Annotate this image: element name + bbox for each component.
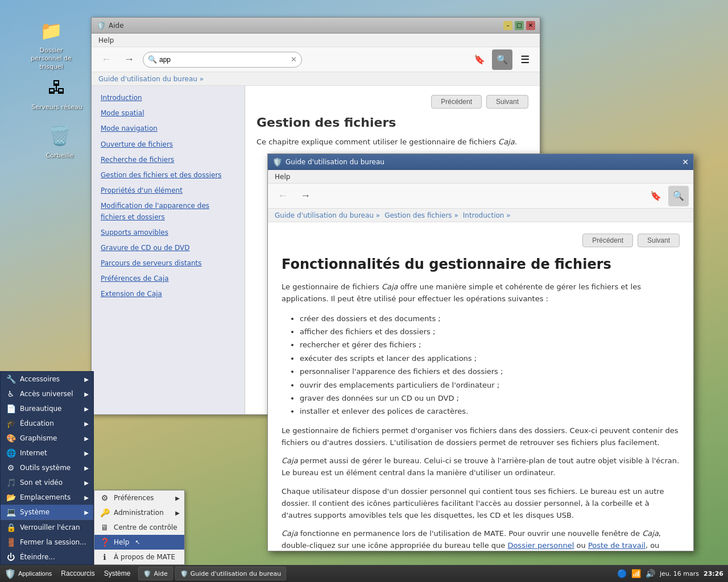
start-icon: 🛡️ [5,568,16,579]
sidebar-link-spatial[interactable]: Mode spatial [92,106,245,121]
breadcrumb-part-1[interactable]: Guide d'utilisation du bureau » [275,211,380,219]
breadcrumb-text-1[interactable]: Guide d'utilisation du bureau » [98,75,204,83]
window-title-1: Aide [109,22,503,30]
graphics-icon: 🎨 [5,434,16,443]
feature-list: créer des dossiers et des documents ; af… [300,312,680,418]
desktop-icon-trash[interactable]: 🗑️ Corbeille [34,122,85,160]
next-button-2[interactable]: Suivant [638,234,680,247]
sidebar-link-props[interactable]: Propriétés d'un élément [92,183,245,198]
sidebar-link-nav[interactable]: Mode navigation [92,121,245,136]
admin-icon: 🔑 [99,508,110,517]
sidebar-link-cd[interactable]: Gravure de CD ou de DVD [92,240,245,256]
window-titlebar-1: 🛡️ Aide – □ ✕ [92,18,540,34]
menu-item-logout[interactable]: 🚪 Fermer la session... [1,535,93,550]
menu-button-1[interactable]: ☰ [515,49,535,70]
desktop-icon-label: Serveurs réseau [31,103,82,111]
page-title-2: Fonctionnalités du gestionnaire de fichi… [282,256,680,272]
lock-icon: 🔒 [5,523,16,532]
menu-item-system[interactable]: 💻 Système ▶ [1,505,93,519]
system-label: Système [104,569,131,577]
folder-icon: 📁 [38,17,65,44]
submenu-administration[interactable]: 🔑 Administration ▶ [94,505,184,520]
system-icon: 💻 [5,508,16,517]
link-personal[interactable]: Dossier personnel [507,541,574,550]
menu-item-internet[interactable]: 🌐 Internet ▶ [1,446,93,460]
back-button-2[interactable]: ← [272,186,293,206]
prev-button-1[interactable]: Précédent [431,95,482,109]
menu-help-2[interactable]: Help [270,172,295,182]
taskbar-window-aide[interactable]: 🛡️ Aide [138,567,172,580]
intro-text-2: Le gestionnaire de fichiers Caja offre u… [282,281,680,305]
wifi-icon[interactable]: 📶 [631,569,641,578]
back-button-1[interactable]: ← [96,49,117,70]
submenu-control-center[interactable]: 🖥 Centre de contrôle [94,520,184,535]
breadcrumb-part-3[interactable]: Introduction » [463,211,511,219]
forward-button-2[interactable]: → [295,186,316,206]
next-button-1[interactable]: Suivant [486,95,528,109]
control-icon: 🖥 [99,523,110,532]
desktop-icon-personal-folder[interactable]: 📁 Dossier personnel de trisquel [26,17,77,71]
menu-item-label: Fermer la session... [20,538,86,546]
window-toolbar-2: ← → 🔖 🔍 [268,184,693,209]
submenu-preferences[interactable]: ⚙ Préférences ▶ [94,490,184,505]
start-menu: 🔧 Accessoires ▶ ♿ Accès universel ▶ 📄 Bu… [0,371,94,565]
taskbar-btn-start[interactable]: 🛡️ Applications [0,565,56,582]
forward-button-1[interactable]: → [119,49,139,70]
submenu-help[interactable]: ❓ Help ↖ [94,535,184,550]
close-button-1[interactable]: ✕ [526,21,535,30]
breadcrumb-2: Guide d'utilisation du bureau » Gestion … [268,209,693,222]
menu-item-label: Son et vidéo [20,479,63,487]
close-button-2[interactable]: ✕ [682,157,689,167]
submenu-item-label: Préférences [114,494,154,502]
sidebar-link-search[interactable]: Recherche de fichiers [92,152,245,168]
bluetooth-icon[interactable]: 🔵 [617,569,627,578]
desktop-icon-network[interactable]: 🖧 Serveurs réseau [31,74,82,111]
menu-item-system-tools[interactable]: ⚙️ Outils système ▶ [1,460,93,475]
taskbar-icon: 🛡️ [143,570,151,577]
minimize-button-1[interactable]: – [503,21,512,30]
search-input-1[interactable]: app [159,56,291,64]
menu-item-sound[interactable]: 🎵 Son et vidéo ▶ [1,475,93,490]
bookmark-button-2[interactable]: 🔖 [646,186,666,206]
search-toggle-1[interactable]: 🔍 [492,49,512,70]
network-icon: 🖧 [43,74,71,101]
arrow-icon: ▶ [84,376,89,383]
menu-item-accessories[interactable]: 🔧 Accessoires ▶ [1,372,93,386]
sidebar-link-removable[interactable]: Supports amovibles [92,225,245,240]
education-icon: 🎓 [5,419,16,428]
link-workstation[interactable]: Poste de travail [588,541,646,550]
menu-item-office[interactable]: 📄 Bureautique ▶ [1,401,93,416]
sidebar-link-prefs[interactable]: Préférences de Caja [92,271,245,286]
sidebar-link-intro[interactable]: Introduction [92,90,245,106]
menu-item-graphics[interactable]: 🎨 Graphisme ▶ [1,431,93,446]
sidebar-link-manage[interactable]: Gestion des fichiers et des dossiers [92,168,245,183]
taskbar-window-guide[interactable]: 🛡️ Guide d'utilisation du bureau [175,567,286,580]
menu-item-accessibility[interactable]: ♿ Accès universel ▶ [1,386,93,401]
breadcrumb-part-2[interactable]: Gestion des fichiers » [384,211,458,219]
prev-button-2[interactable]: Précédent [582,234,633,247]
maximize-button-1[interactable]: □ [515,21,524,30]
menu-item-shutdown[interactable]: ⏻ Éteindre... [1,550,93,564]
volume-icon[interactable]: 🔊 [646,569,655,578]
page-title-1: Gestion des fichiers [257,115,528,130]
search-toggle-2[interactable]: 🔍 [668,186,689,206]
taskbar-btn-system[interactable]: Système [100,565,135,582]
menu-help-1[interactable]: Help [94,35,118,45]
window-menubar-2: Help [268,170,693,184]
sidebar-link-appearance[interactable]: Modification de l'apparence des fichiers… [92,198,245,225]
clear-icon-1[interactable]: ✕ [291,55,297,64]
sidebar-link-ext[interactable]: Extension de Caja [92,286,245,302]
menu-item-places[interactable]: 📂 Emplacements ▶ [1,490,93,505]
bookmark-button-1[interactable]: 🔖 [469,49,490,70]
sidebar-link-open[interactable]: Ouverture de fichiers [92,137,245,152]
desktop-icon-label: Corbeille [46,152,74,160]
help-title-icon: 🛡️ [96,21,105,30]
page-desc-1: Ce chapitre explique comment utiliser le… [257,136,528,148]
sidebar-link-remote[interactable]: Parcours de serveurs distants [92,256,245,271]
menu-item-education[interactable]: 🎓 Éducation ▶ [1,416,93,431]
taskbar-btn-places[interactable]: Raccourcis [56,565,99,582]
submenu-about-mate[interactable]: ℹ À propos de MATE [94,550,184,564]
list-item-3: rechercher et gérer des fichiers ; [300,338,680,351]
menu-item-lock[interactable]: 🔒 Verrouiller l'écran [1,519,93,535]
search-prefix-icon: 🔍 [148,55,157,64]
